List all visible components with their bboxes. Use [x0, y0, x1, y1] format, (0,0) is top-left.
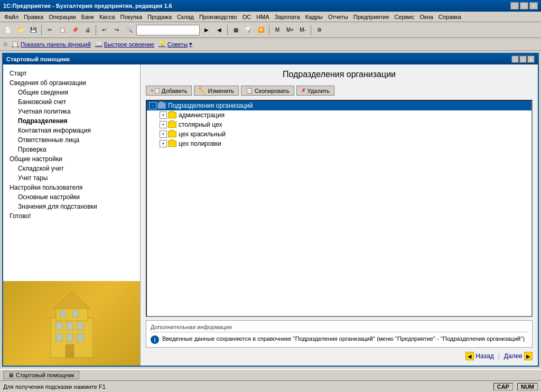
svg-rect-5: [77, 322, 83, 330]
filter-btn[interactable]: 🔽: [255, 24, 267, 36]
assist-maximize[interactable]: □: [519, 55, 527, 63]
menu-bank[interactable]: Банк: [79, 13, 96, 21]
menu-file[interactable]: Файл: [2, 13, 21, 21]
sep2: [96, 25, 96, 35]
menu-nma[interactable]: НМА: [254, 13, 271, 21]
calc-btn[interactable]: M: [272, 24, 283, 36]
menu-salary[interactable]: Зарплата: [273, 13, 302, 21]
menu-cash[interactable]: Касса: [97, 13, 117, 21]
assist-close[interactable]: ×: [527, 55, 535, 63]
save-btn[interactable]: 💾: [27, 24, 39, 36]
menu-purchase[interactable]: Покупка: [118, 13, 145, 21]
search-go[interactable]: ▶: [201, 24, 212, 36]
nav-policy[interactable]: Учетная политика: [7, 107, 136, 116]
add-button[interactable]: +📋 Добавить: [146, 86, 192, 96]
sep5: [311, 25, 311, 35]
menu-production[interactable]: Производство: [197, 13, 239, 21]
open-btn[interactable]: 📁: [15, 24, 26, 36]
building-illustration: [3, 281, 140, 366]
sep1: [41, 25, 42, 35]
table-row[interactable]: + столярный цех: [147, 120, 531, 129]
table-row[interactable]: + цех полировки: [147, 139, 531, 148]
chart-btn[interactable]: 📊: [242, 24, 254, 36]
expand-icon[interactable]: +: [160, 111, 167, 119]
table-row[interactable]: - Подразделения организаций: [147, 101, 531, 110]
nav-warehouse[interactable]: Складской учет: [7, 164, 136, 173]
quick-learn[interactable]: 📖 Быстрое освоение: [95, 41, 154, 48]
cap-indicator: CAP: [493, 383, 513, 390]
main-toolbar: 📄 📁 💾 ✂ 📋 📌 🖨 ↩ ↪ 🔍 ▶ ◀ ▦ 📊 🔽 M M+ M- ⚙: [0, 22, 541, 38]
assist-minimize[interactable]: _: [511, 55, 519, 63]
row-label: цех красильный: [179, 130, 226, 138]
sep3: [227, 25, 228, 35]
menu-warehouse[interactable]: Склад: [175, 13, 196, 21]
calc-minus[interactable]: M-: [297, 24, 309, 36]
next-button[interactable]: Далее ▶: [504, 352, 533, 360]
search-back[interactable]: ◀: [213, 24, 225, 36]
nav-done[interactable]: Готово!: [7, 211, 136, 221]
table-row[interactable]: + цех красильный: [147, 129, 531, 139]
new-btn[interactable]: 📄: [2, 24, 14, 36]
show-functions-panel[interactable]: 📋 Показать панель функций: [12, 41, 91, 48]
find-btn[interactable]: 🔍: [124, 24, 135, 36]
nav-main-settings[interactable]: Основные настройки: [7, 192, 136, 202]
cut-btn[interactable]: ✂: [44, 24, 55, 36]
minimize-btn[interactable]: _: [510, 2, 519, 10]
svg-rect-10: [60, 311, 66, 317]
table-btn[interactable]: ▦: [230, 24, 241, 36]
prev-arrow-icon: ◀: [465, 352, 474, 360]
print-btn[interactable]: 🖨: [82, 24, 94, 36]
nav-substitution[interactable]: Значения для подстановки: [7, 202, 136, 211]
tips[interactable]: 💡 Советы ▾: [158, 41, 192, 48]
settings-btn[interactable]: ⚙: [313, 24, 325, 36]
menu-hr[interactable]: Кадры: [303, 13, 325, 21]
expand-icon[interactable]: +: [160, 140, 167, 147]
nav-tare[interactable]: Учет тары: [7, 173, 136, 183]
close-btn[interactable]: ×: [529, 2, 538, 10]
menu-sales[interactable]: Продажа: [145, 13, 174, 21]
tree-table[interactable]: - Подразделения организаций + администра…: [146, 100, 533, 317]
calc-plus[interactable]: M+: [284, 24, 296, 36]
redo-btn[interactable]: ↪: [111, 24, 123, 36]
copy-icon: 📋: [246, 87, 253, 94]
tips-icon: 💡: [158, 41, 166, 48]
expand-icon[interactable]: +: [160, 130, 167, 138]
menu-reports[interactable]: Отчеты: [326, 13, 350, 21]
svg-rect-9: [66, 344, 74, 358]
expand-icon[interactable]: +: [160, 121, 167, 128]
nav-bank[interactable]: Банковский счет: [7, 97, 136, 107]
search-input[interactable]: [136, 25, 200, 35]
copy-button[interactable]: 📋 Скопировать: [241, 86, 294, 96]
nav-responsible[interactable]: Ответственные лица: [7, 135, 136, 145]
undo-btn[interactable]: ↩: [98, 24, 110, 36]
num-indicator: NUM: [517, 383, 538, 390]
delete-button[interactable]: ✗ Удалить: [296, 86, 334, 96]
nav-general-settings[interactable]: Общие настройки: [7, 154, 136, 164]
paste-btn[interactable]: 📌: [69, 24, 81, 36]
info-text: Введенные данные сохраняются в справочни…: [162, 335, 525, 342]
main-area: Стартовый помощник _ □ × Старт Сведения …: [0, 51, 541, 369]
expand-icon[interactable]: -: [149, 102, 156, 109]
delete-icon: ✗: [301, 87, 306, 94]
edit-button[interactable]: ✏️ Изменить: [194, 86, 239, 96]
nav-contacts[interactable]: Контактная информация: [7, 126, 136, 135]
nav-org-info[interactable]: Сведения об организации: [7, 78, 136, 88]
menu-service[interactable]: Сервис: [393, 13, 417, 21]
nav-general[interactable]: Общие сведения: [7, 88, 136, 97]
copy-btn[interactable]: 📋: [57, 24, 68, 36]
nav-check[interactable]: Проверка: [7, 145, 136, 154]
menu-edit[interactable]: Правка: [22, 13, 45, 21]
table-row[interactable]: + администрация: [147, 110, 531, 120]
maximize-btn[interactable]: □: [520, 2, 528, 10]
menu-windows[interactable]: Окна: [417, 13, 435, 21]
prev-button[interactable]: ◀ Назад: [465, 352, 493, 360]
menu-os[interactable]: ОС: [240, 13, 254, 21]
menu-help[interactable]: Справка: [436, 13, 463, 21]
taskbar-item[interactable]: 🖥 Стартовый помощник: [3, 371, 79, 379]
status-hint: Для получения подсказки нажмите F1: [3, 384, 106, 390]
menu-operations[interactable]: Операции: [46, 13, 78, 21]
nav-user-settings[interactable]: Настройки пользователя: [7, 183, 136, 192]
nav-start[interactable]: Старт: [7, 69, 136, 78]
menu-enterprise[interactable]: Предприятие: [351, 13, 391, 21]
nav-divisions[interactable]: Подразделения: [7, 116, 136, 126]
